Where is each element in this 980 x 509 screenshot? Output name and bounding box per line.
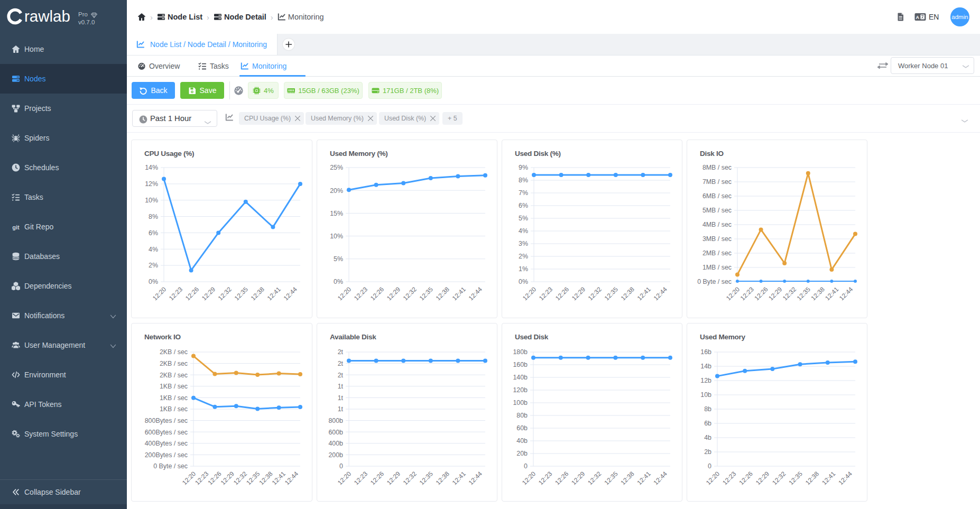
svg-text:12:38: 12:38	[810, 285, 826, 302]
svg-text:600b: 600b	[328, 429, 343, 436]
svg-text:12:41: 12:41	[636, 470, 652, 486]
svg-text:12:32: 12:32	[781, 285, 798, 302]
svg-text:12:44: 12:44	[837, 470, 854, 486]
svg-text:12:41: 12:41	[266, 285, 282, 302]
svg-text:12:38: 12:38	[619, 470, 635, 486]
svg-text:12:29: 12:29	[385, 285, 402, 302]
svg-text:120b: 120b	[513, 386, 528, 394]
svg-text:8%: 8%	[149, 213, 158, 220]
svg-text:12:20: 12:20	[151, 285, 168, 302]
svg-text:12:44: 12:44	[838, 285, 854, 302]
svg-text:12:32: 12:32	[587, 285, 603, 302]
svg-text:0: 0	[708, 462, 711, 470]
svg-text:8b: 8b	[704, 405, 711, 413]
svg-text:12:44: 12:44	[652, 470, 669, 486]
svg-text:2KB / sec: 2KB / sec	[160, 360, 188, 367]
svg-text:12:41: 12:41	[824, 285, 840, 302]
svg-text:200Bytes / sec: 200Bytes / sec	[145, 451, 188, 459]
svg-text:15%: 15%	[330, 210, 343, 217]
svg-text:12:41: 12:41	[271, 470, 287, 486]
svg-text:12:29: 12:29	[570, 285, 587, 302]
svg-text:12:32: 12:32	[232, 470, 248, 486]
svg-text:180b: 180b	[513, 348, 528, 356]
svg-text:2KB / sec: 2KB / sec	[160, 348, 188, 356]
svg-text:A: A	[916, 15, 919, 20]
svg-text:12:35: 12:35	[418, 285, 434, 302]
svg-text:12:23: 12:23	[537, 470, 553, 486]
svg-text:12:32: 12:32	[586, 470, 603, 486]
svg-text:1KB / sec: 1KB / sec	[160, 394, 188, 402]
svg-text:5%: 5%	[334, 255, 343, 263]
svg-text:12:44: 12:44	[467, 470, 484, 486]
svg-text:12:44: 12:44	[467, 285, 484, 302]
svg-text:Network IO: Network IO	[144, 333, 181, 341]
svg-text:12:26: 12:26	[554, 285, 570, 302]
svg-text:25%: 25%	[330, 164, 343, 171]
svg-text:12:38: 12:38	[804, 470, 820, 486]
svg-text:12:41: 12:41	[820, 470, 837, 486]
svg-text:12:38: 12:38	[620, 285, 636, 302]
svg-text:400Bytes / sec: 400Bytes / sec	[145, 440, 188, 447]
svg-text:4b: 4b	[704, 434, 711, 441]
svg-text:5%: 5%	[519, 215, 528, 222]
svg-text:1t: 1t	[338, 405, 344, 413]
svg-text:12:20: 12:20	[521, 285, 538, 302]
svg-text:Used Memory (%): Used Memory (%)	[330, 150, 388, 158]
svg-text:12:20: 12:20	[705, 470, 721, 486]
svg-text:Available Disk: Available Disk	[330, 333, 376, 341]
svg-text:12:35: 12:35	[603, 470, 619, 486]
svg-text:8MB / sec: 8MB / sec	[702, 164, 732, 171]
svg-text:rawlab: rawlab	[24, 7, 70, 25]
svg-text:12:35: 12:35	[796, 285, 812, 302]
svg-text:12:32: 12:32	[217, 285, 233, 302]
svg-text:20b: 20b	[516, 450, 528, 457]
svg-text:12:35: 12:35	[418, 470, 434, 486]
svg-text:12:44: 12:44	[283, 470, 300, 486]
svg-text:10%: 10%	[145, 197, 158, 204]
svg-text:10b: 10b	[700, 391, 711, 399]
svg-text:1MB / sec: 1MB / sec	[702, 264, 732, 271]
svg-text:12:20: 12:20	[521, 470, 537, 486]
svg-text:Used Disk (%): Used Disk (%)	[515, 150, 561, 158]
svg-text:8%: 8%	[519, 177, 528, 184]
svg-text:12:29: 12:29	[385, 470, 402, 486]
svg-text:100b: 100b	[513, 399, 528, 406]
svg-text:60b: 60b	[516, 424, 528, 432]
svg-text:2t: 2t	[338, 348, 344, 356]
svg-text:12:29: 12:29	[570, 470, 586, 486]
svg-text:Disk IO: Disk IO	[700, 150, 724, 158]
svg-text:4MB / sec: 4MB / sec	[702, 221, 732, 228]
svg-text:git: git	[12, 224, 20, 230]
svg-text:12:41: 12:41	[451, 470, 467, 486]
svg-text:12:23: 12:23	[538, 285, 554, 302]
svg-text:20%: 20%	[330, 187, 343, 195]
svg-text:12:26: 12:26	[753, 285, 769, 302]
svg-text:14b: 14b	[700, 363, 711, 370]
svg-text:0%: 0%	[149, 278, 158, 285]
svg-text:6b: 6b	[704, 420, 711, 427]
svg-text:6MB / sec: 6MB / sec	[702, 192, 732, 200]
svg-text:6%: 6%	[149, 229, 158, 237]
svg-text:12:41: 12:41	[451, 285, 467, 302]
svg-text:12:38: 12:38	[257, 470, 274, 486]
svg-text:12:32: 12:32	[771, 470, 787, 486]
svg-text:12b: 12b	[700, 377, 711, 384]
svg-text:14%: 14%	[145, 164, 158, 171]
svg-text:16b: 16b	[700, 348, 711, 356]
svg-text:12:20: 12:20	[181, 470, 197, 486]
svg-text:800Bytes / sec: 800Bytes / sec	[145, 417, 188, 424]
svg-text:Used Memory: Used Memory	[700, 333, 746, 341]
svg-text:12:20: 12:20	[336, 470, 353, 486]
svg-text:12:23: 12:23	[193, 470, 210, 486]
svg-text:12:20: 12:20	[725, 285, 741, 302]
svg-text:12:32: 12:32	[402, 285, 418, 302]
svg-text:2MB / sec: 2MB / sec	[702, 249, 732, 257]
svg-text:12:29: 12:29	[200, 285, 217, 302]
svg-text:200b: 200b	[328, 451, 343, 459]
svg-text:1KB / sec: 1KB / sec	[160, 405, 188, 413]
svg-text:12:23: 12:23	[721, 470, 737, 486]
svg-text:2%: 2%	[519, 253, 528, 260]
svg-text:3MB / sec: 3MB / sec	[702, 235, 732, 243]
svg-text:12:26: 12:26	[369, 285, 385, 302]
svg-text:12:35: 12:35	[603, 285, 620, 302]
